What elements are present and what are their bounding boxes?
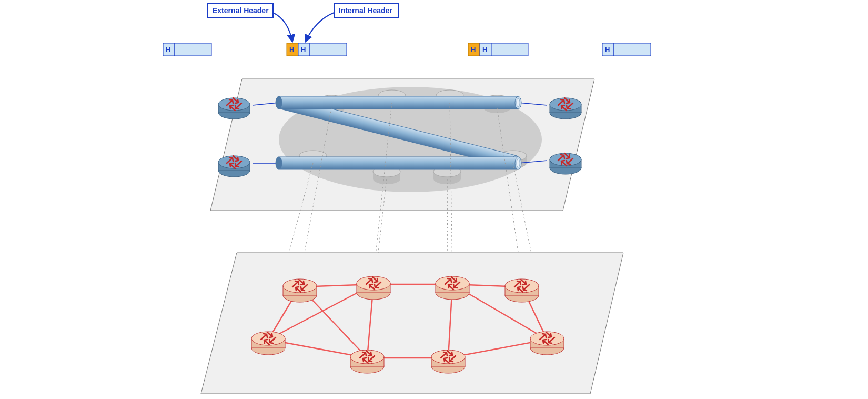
physical-router — [251, 332, 285, 355]
svg-point-36 — [276, 157, 282, 169]
svg-rect-31 — [279, 96, 518, 109]
callout-internal-header: Internal Header — [305, 3, 398, 42]
callout-external-header: External Header — [208, 3, 292, 42]
callout-arrow — [305, 13, 334, 42]
packet-plain: H — [602, 43, 651, 56]
overlay-edge-router — [218, 98, 250, 119]
callout-internal-header-text: Internal Header — [339, 6, 392, 15]
physical-router — [350, 350, 384, 373]
packet-row: HHHHHH — [163, 43, 651, 56]
packet-encapsulated: HH — [468, 43, 528, 56]
payload-cell — [175, 43, 211, 56]
external-header-H: H — [471, 46, 476, 54]
overlay-edge-router — [550, 153, 581, 174]
overlay-edge-router — [218, 156, 250, 177]
external-header-H: H — [289, 46, 294, 54]
tunnel-tube — [276, 96, 521, 109]
svg-point-50 — [550, 153, 581, 166]
payload-cell — [491, 43, 528, 56]
internal-header-H: H — [605, 46, 610, 54]
packet-plain: H — [163, 43, 211, 56]
payload-cell — [614, 43, 651, 56]
tunnel-tube — [276, 157, 521, 169]
physical-router — [505, 279, 539, 302]
callout-external-header-text: External Header — [213, 6, 269, 15]
svg-point-44 — [550, 98, 581, 111]
physical-router — [357, 276, 390, 300]
callout-arrow — [273, 13, 292, 42]
physical-router — [431, 350, 465, 373]
physical-plane — [201, 253, 623, 394]
overlay-edge-router — [550, 98, 581, 119]
svg-point-38 — [517, 159, 520, 167]
svg-point-47 — [218, 156, 250, 168]
internal-header-H: H — [301, 46, 306, 54]
internal-header-H: H — [482, 46, 487, 54]
payload-cell — [310, 43, 347, 56]
overlay-plane — [210, 79, 594, 211]
svg-point-32 — [276, 96, 282, 109]
internal-header-H: H — [166, 46, 170, 54]
physical-router — [530, 332, 564, 355]
svg-point-34 — [517, 98, 520, 107]
physical-router — [436, 276, 469, 300]
physical-router — [283, 279, 317, 302]
packet-encapsulated: HH — [287, 43, 347, 56]
svg-rect-35 — [279, 157, 518, 169]
svg-point-41 — [218, 98, 250, 111]
